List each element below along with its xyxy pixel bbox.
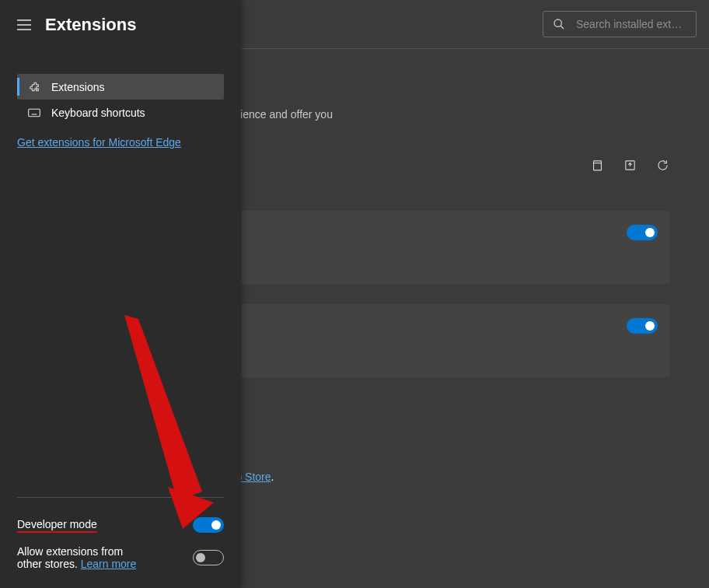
extension-toggle[interactable] xyxy=(627,225,658,240)
learn-more-link[interactable]: Learn more xyxy=(81,558,137,570)
search-input[interactable]: Search installed exten… xyxy=(543,11,697,37)
reload-icon[interactable] xyxy=(655,158,670,173)
search-icon xyxy=(553,18,565,30)
sidebar-title: Extensions xyxy=(45,15,136,35)
pack-icon[interactable] xyxy=(622,158,637,173)
sidebar-item-extensions[interactable]: Extensions xyxy=(17,74,224,100)
sidebar-item-label: Keyboard shortcuts xyxy=(51,107,145,119)
svg-rect-5 xyxy=(593,161,601,170)
get-extensions-link[interactable]: Get extensions for Microsoft Edge xyxy=(17,136,181,149)
other-stores-row: Allow extensions from other stores. Lear… xyxy=(17,541,224,574)
sidebar-nav: Extensions Keyboard shortcuts xyxy=(0,49,241,125)
trash-icon[interactable] xyxy=(589,158,605,173)
sidebar: Extensions Extensions Keyboard shortcuts… xyxy=(0,0,241,588)
extension-toggle[interactable] xyxy=(627,318,658,334)
developer-mode-row: Developer mode xyxy=(17,509,224,541)
menu-icon[interactable] xyxy=(12,15,36,35)
other-stores-toggle[interactable] xyxy=(193,550,224,565)
search-placeholder: Search installed exten… xyxy=(576,18,686,30)
sidebar-item-shortcuts[interactable]: Keyboard shortcuts xyxy=(17,100,224,125)
svg-rect-11 xyxy=(29,109,40,116)
other-stores-label: Allow extensions from xyxy=(17,545,123,558)
keyboard-icon xyxy=(28,108,40,117)
sidebar-item-label: Extensions xyxy=(51,81,104,93)
puzzle-icon xyxy=(28,81,40,93)
developer-mode-label: Developer mode xyxy=(17,518,97,533)
developer-mode-toggle[interactable] xyxy=(193,517,224,533)
svg-line-4 xyxy=(561,26,564,29)
sidebar-footer: Developer mode Allow extensions from oth… xyxy=(0,497,241,588)
svg-point-3 xyxy=(554,19,561,26)
